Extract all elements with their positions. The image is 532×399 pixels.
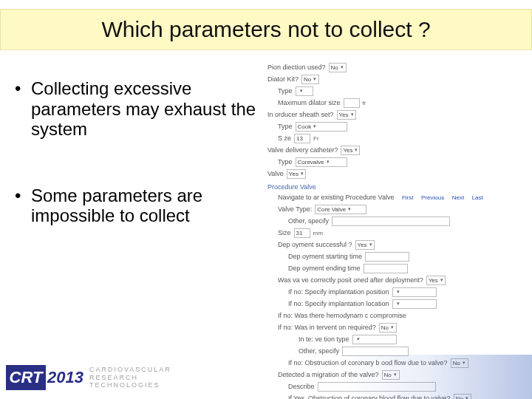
chevron-down-icon: ▾ bbox=[357, 336, 360, 342]
crt-logo: CRT 2013 bbox=[6, 365, 83, 390]
text-input[interactable] bbox=[332, 216, 450, 226]
select[interactable]: Corevalve▾ bbox=[296, 157, 347, 167]
select[interactable]: No▾ bbox=[379, 323, 397, 332]
field-label: Type bbox=[278, 123, 293, 130]
field-label: Valve Type: bbox=[278, 205, 312, 213]
select[interactable]: ▾ bbox=[352, 335, 397, 344]
text-input[interactable]: 13 bbox=[294, 134, 310, 143]
logo-subtitle: CARDIOVASCULAR RESEARCH TECHNOLOGIES bbox=[89, 366, 171, 389]
chevron-down-icon: ▾ bbox=[348, 206, 351, 212]
field-label: Type bbox=[278, 87, 293, 95]
chevron-down-icon: ▾ bbox=[397, 301, 400, 307]
select[interactable]: Yes▾ bbox=[355, 240, 375, 250]
slide: Which parameters not to collect ? Collec… bbox=[0, 0, 532, 399]
field-label: Size bbox=[278, 229, 291, 236]
field-label: Dep oyment ending time bbox=[288, 265, 361, 272]
nav-first[interactable]: First bbox=[402, 194, 414, 201]
text-input[interactable]: 31 bbox=[294, 228, 310, 238]
bullet-list: Collecting excessive parameters may exha… bbox=[15, 78, 259, 272]
field-label: If no: Was there hemodynam c compromise bbox=[278, 312, 406, 319]
field-label: Diator Kit? bbox=[267, 75, 299, 83]
chevron-down-icon: ▾ bbox=[369, 242, 372, 248]
field-label: Dep oyment starting time bbox=[288, 253, 362, 260]
field-label: Type bbox=[278, 158, 293, 166]
chevron-down-icon: ▾ bbox=[300, 88, 303, 94]
text-input[interactable] bbox=[344, 98, 360, 108]
crt-box: CRT bbox=[6, 365, 46, 390]
bullet-item: Some parameters are impossible to collec… bbox=[15, 185, 259, 226]
chevron-down-icon: ▾ bbox=[341, 64, 344, 70]
select[interactable]: Yes▾ bbox=[341, 146, 360, 155]
select[interactable]: No▾ bbox=[329, 63, 347, 72]
nav-last[interactable]: Last bbox=[472, 194, 483, 201]
chevron-down-icon: ▾ bbox=[355, 147, 358, 153]
field-label: Was va ve correctly posit oned after dep… bbox=[278, 276, 423, 284]
field-label: Valve delivery catheter? bbox=[267, 146, 338, 154]
footer-logo: CRT 2013 CARDIOVASCULAR RESEARCH TECHNOL… bbox=[6, 365, 171, 390]
chevron-down-icon: ▾ bbox=[327, 159, 330, 165]
unit-label: mm bbox=[313, 230, 323, 236]
select[interactable]: Yes▾ bbox=[426, 276, 446, 285]
field-label: Dep oyment successful ? bbox=[278, 241, 352, 248]
select[interactable]: Yes▾ bbox=[337, 110, 356, 120]
field-label: S ze bbox=[278, 134, 291, 142]
unit-label: Fr bbox=[313, 135, 319, 142]
unit-label: fr bbox=[363, 100, 366, 106]
select[interactable]: ▾ bbox=[296, 86, 313, 96]
time-input[interactable] bbox=[365, 252, 409, 262]
chevron-down-icon: ▾ bbox=[301, 171, 304, 177]
select[interactable]: Cook▾ bbox=[296, 122, 347, 132]
field-label: If no: Was in tervent on required? bbox=[278, 324, 376, 331]
slide-title: Which parameters not to collect ? bbox=[101, 17, 430, 42]
field-label: In te: ve tion type bbox=[299, 335, 349, 343]
select[interactable]: ▾ bbox=[392, 299, 437, 309]
form-screenshot: Pion diection used?No▾ Diator Kit?No▾ Ty… bbox=[267, 62, 526, 399]
chevron-down-icon: ▾ bbox=[351, 112, 354, 117]
title-band: Which parameters not to collect ? bbox=[0, 9, 532, 50]
crt-year: 2013 bbox=[46, 368, 83, 387]
field-label: Valve bbox=[267, 170, 284, 177]
footer-gradient bbox=[340, 355, 532, 399]
field-label: Describe bbox=[288, 383, 315, 390]
field-label: Pion diection used? bbox=[267, 64, 326, 71]
chevron-down-icon: ▾ bbox=[391, 324, 394, 330]
chevron-down-icon: ▾ bbox=[313, 123, 316, 129]
select[interactable]: Yes▾ bbox=[287, 169, 306, 179]
field-label: If no: Specify implantation position bbox=[288, 288, 389, 296]
nav-label: Navigate to ar existing Procedure Valve bbox=[278, 194, 394, 201]
nav-prev[interactable]: Previous bbox=[421, 194, 444, 201]
chevron-down-icon: ▾ bbox=[397, 289, 400, 295]
chevron-down-icon: ▾ bbox=[313, 76, 316, 82]
chevron-down-icon: ▾ bbox=[440, 277, 443, 283]
field-label: If no: Specify implantation location bbox=[288, 300, 389, 307]
nav-next[interactable]: Next bbox=[452, 194, 464, 201]
select[interactable]: No▾ bbox=[301, 75, 319, 84]
select[interactable]: Core Valve▾ bbox=[315, 205, 366, 214]
field-label: Maximum dilator size bbox=[278, 99, 341, 106]
field-label: Other, specify bbox=[288, 217, 329, 225]
time-input[interactable] bbox=[364, 264, 408, 273]
field-label: Other, specify bbox=[299, 347, 339, 355]
field-label: In orducer sheath set? bbox=[267, 111, 334, 118]
select[interactable]: ▾ bbox=[392, 287, 437, 297]
bullet-item: Collecting excessive parameters may exha… bbox=[15, 78, 259, 140]
section-heading: Procedure Valve bbox=[267, 183, 526, 191]
